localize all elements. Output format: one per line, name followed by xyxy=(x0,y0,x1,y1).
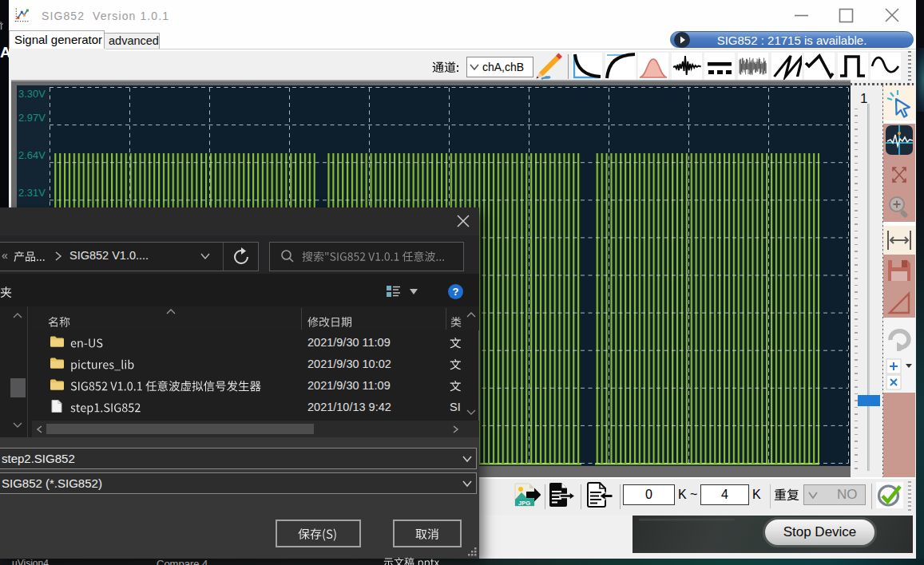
svg-text:?: ? xyxy=(453,286,459,298)
svg-text:JPG: JPG xyxy=(518,500,530,507)
